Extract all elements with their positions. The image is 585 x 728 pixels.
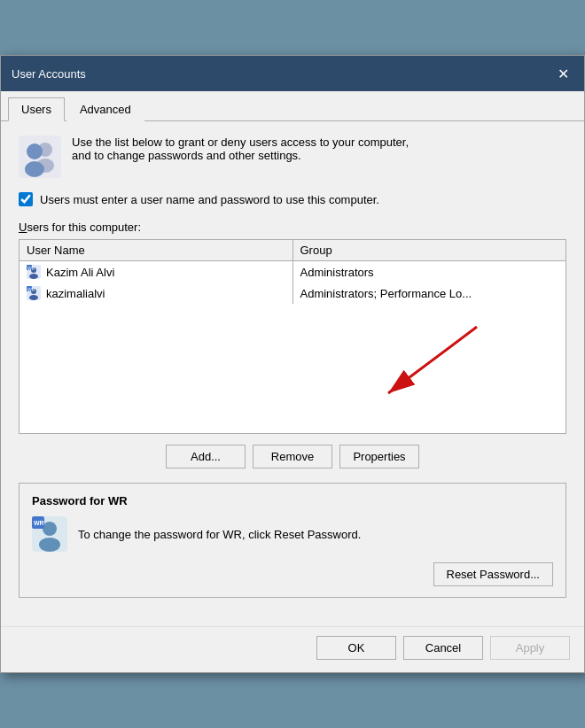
- tab-advanced[interactable]: Advanced: [66, 97, 144, 121]
- svg-point-19: [39, 538, 60, 552]
- user-group-cell: Administrators; Performance Lo...: [292, 283, 566, 304]
- main-content: Use the list below to grant or deny user…: [1, 121, 584, 626]
- users-section-label: Users for this computer:: [19, 221, 566, 234]
- users-icon: [19, 136, 61, 178]
- user-name-cell: WR kazimalialvi: [20, 283, 292, 304]
- password-section-label: Password for WR: [32, 494, 553, 507]
- svg-point-18: [43, 522, 57, 536]
- table-row[interactable]: WR kazimalialvi Administrators; Performa…: [20, 283, 566, 304]
- user-group-cell: Administrators: [292, 261, 566, 283]
- add-button[interactable]: Add...: [166, 445, 246, 469]
- dialog-title: User Accounts: [12, 67, 86, 81]
- col-header-group: Group: [292, 240, 566, 261]
- dialog-window: User Accounts ✕ Users Advanced: [0, 55, 585, 673]
- require-password-checkbox-row: Users must enter a user name and passwor…: [19, 192, 566, 206]
- svg-point-4: [25, 161, 44, 177]
- cancel-button[interactable]: Cancel: [403, 636, 483, 660]
- password-info: WR To change the password for WR, click …: [32, 516, 553, 552]
- svg-point-3: [27, 143, 43, 159]
- svg-text:WR: WR: [27, 266, 35, 271]
- svg-point-7: [29, 274, 38, 279]
- tab-bar: Users Advanced: [1, 91, 584, 121]
- svg-text:WR: WR: [34, 520, 44, 526]
- user-action-buttons: Add... Remove Properties: [19, 445, 566, 469]
- user-name-cell: WR Kazim Ali Alvi: [20, 261, 292, 283]
- title-bar: User Accounts ✕: [1, 56, 584, 91]
- password-section: Password for WR WR To change the passwor…: [19, 483, 566, 598]
- password-btn-row: Reset Password...: [32, 562, 553, 586]
- password-text: To change the password for WR, click Res…: [78, 528, 361, 541]
- remove-button[interactable]: Remove: [253, 445, 332, 469]
- properties-button[interactable]: Properties: [339, 445, 419, 469]
- apply-button[interactable]: Apply: [490, 636, 570, 660]
- svg-line-16: [388, 327, 477, 393]
- tab-users[interactable]: Users: [8, 97, 65, 121]
- table-row[interactable]: WR Kazim Ali Alvi Administrators: [20, 261, 566, 283]
- ok-button[interactable]: OK: [316, 636, 396, 660]
- require-password-checkbox[interactable]: [19, 192, 33, 206]
- password-user-icon: WR: [32, 516, 67, 552]
- close-button[interactable]: ✕: [552, 63, 573, 84]
- info-section: Use the list below to grant or deny user…: [19, 136, 566, 178]
- require-password-label: Users must enter a user name and passwor…: [40, 193, 379, 206]
- user-avatar-icon: WR: [27, 286, 41, 300]
- svg-text:WR: WR: [27, 287, 35, 292]
- col-header-username: User Name: [20, 240, 292, 261]
- users-table: User Name Group: [20, 240, 566, 304]
- users-table-container: User Name Group: [19, 239, 566, 434]
- svg-point-12: [29, 295, 38, 300]
- user-avatar-icon: WR: [27, 265, 41, 279]
- reset-password-button[interactable]: Reset Password...: [433, 562, 554, 586]
- bottom-buttons: OK Cancel Apply: [1, 626, 584, 672]
- info-text: Use the list below to grant or deny user…: [72, 136, 409, 162]
- arrow-annotation: [335, 309, 495, 415]
